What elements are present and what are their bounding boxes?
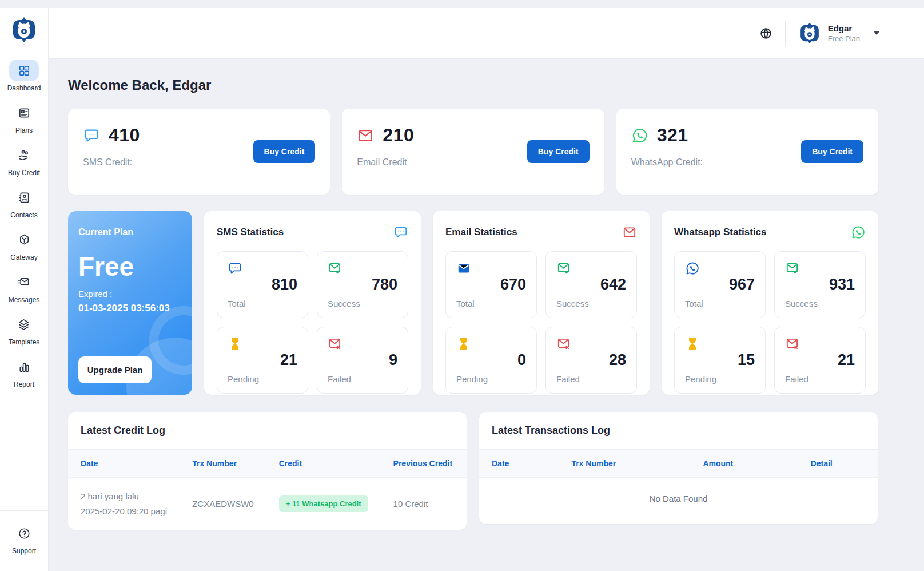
stat-value: 21 (838, 351, 855, 369)
empty-state-row: No Data Found (479, 478, 878, 525)
envelope-filled-icon (456, 261, 471, 276)
sidebar-item-report[interactable]: Report (9, 356, 39, 388)
app-logo[interactable] (10, 16, 38, 46)
stat-box-failed: Failed 21 (774, 327, 866, 394)
stat-value: 28 (609, 351, 626, 369)
sms-credit-label: SMS Credit: (83, 157, 140, 168)
stat-label: Success (328, 299, 360, 308)
whatsapp-icon (851, 225, 866, 240)
stat-label: Total (685, 299, 703, 308)
stat-label: Failed (785, 374, 808, 384)
credit-card-left: 321 WhatsApp Credit: (631, 125, 703, 179)
stat-box-total: Total 967 (674, 251, 766, 318)
stat-box-pending: Pending 0 (445, 327, 537, 394)
latest-credit-log-card: Latest Credit Log Date Trx Number Credit… (68, 412, 467, 530)
sms-statistics-title: SMS Statistics (217, 227, 284, 238)
upgrade-plan-button[interactable]: Upgrade Plan (78, 356, 152, 383)
chat-bubble-icon (393, 225, 408, 240)
user-plan: Free Plan (828, 34, 860, 43)
sidebar-nav: Dashboard Plans Buy Credit Contacts Gate… (7, 60, 41, 388)
current-plan-card: Current Plan Free Expired : 01-03-2025 0… (68, 211, 192, 395)
sidebar-item-contacts[interactable]: Contacts (9, 187, 39, 219)
email-statistics-title: Email Statistics (445, 227, 517, 238)
date-relative: 2 hari yang lalu (81, 489, 167, 504)
column-header-date: Date (68, 450, 180, 478)
credit-badge: + 11 Whatsapp Credit (279, 495, 368, 512)
stat-box-failed: Failed 9 (317, 327, 408, 394)
latest-transactions-log-card: Latest Transactions Log Date Trx Number … (479, 412, 878, 524)
hourglass-icon (685, 336, 700, 351)
coins-hand-icon (9, 144, 39, 166)
hourglass-icon (456, 336, 471, 351)
credit-log-header-row: Date Trx Number Credit Previous Credit (68, 450, 467, 478)
credit-log-table: Date Trx Number Credit Previous Credit 2… (68, 450, 467, 530)
sidebar-item-support[interactable]: Support (9, 522, 39, 555)
credit-card-left: 210 Email Credit (357, 125, 414, 179)
envelope-check-icon (556, 261, 571, 276)
stat-box-pending: Pending 21 (217, 327, 308, 394)
globe-icon[interactable] (759, 27, 772, 40)
envelope-check-icon (785, 261, 800, 276)
stats-row: Current Plan Free Expired : 01-03-2025 0… (68, 211, 878, 395)
app-root: Dashboard Plans Buy Credit Contacts Gate… (0, 0, 924, 571)
column-header-previous-credit: Previous Credit (381, 450, 467, 478)
page-title: Welcome Back, Edgar (68, 77, 878, 93)
stat-label: Success (785, 299, 818, 308)
email-credit-card: 210 Email Credit Buy Credit (342, 109, 604, 195)
envelope-x-icon (328, 336, 342, 351)
chat-bubble-icon (228, 261, 242, 276)
buy-sms-credit-button[interactable]: Buy Credit (253, 140, 316, 163)
stat-box-failed: Failed 28 (545, 327, 637, 394)
stat-box-success: Success 780 (317, 251, 408, 318)
sidebar-item-messages[interactable]: Messages (9, 271, 40, 304)
plan-expired-label: Expired : (78, 289, 182, 299)
sidebar-item-buy-credit[interactable]: Buy Credit (8, 144, 40, 177)
buy-email-credit-button[interactable]: Buy Credit (527, 140, 590, 163)
column-header-trx-number: Trx Number (180, 450, 266, 478)
envelope-icon (622, 225, 637, 240)
buy-whatsapp-credit-button[interactable]: Buy Credit (801, 140, 863, 163)
sidebar-item-label: Templates (9, 338, 40, 346)
stat-value: 9 (389, 351, 397, 369)
user-texts: Edgar Free Plan (828, 23, 860, 43)
whatsapp-icon (685, 261, 700, 276)
topbar: Edgar Free Plan (49, 8, 924, 59)
topbar-divider (785, 21, 786, 46)
avatar (798, 22, 821, 45)
sidebar-item-plans[interactable]: Plans (9, 102, 39, 134)
sms-credit-value: 410 (109, 125, 140, 146)
stat-value: 810 (272, 276, 297, 294)
sidebar-item-gateway[interactable]: Gateway (9, 229, 39, 261)
stat-value: 931 (829, 276, 855, 294)
envelope-x-icon (785, 336, 800, 351)
sidebar-item-dashboard[interactable]: Dashboard (7, 60, 41, 92)
stat-label: Failed (328, 374, 351, 384)
send-message-icon (9, 271, 39, 293)
chat-bubble-icon (83, 127, 100, 144)
layers-icon (9, 314, 39, 335)
stat-box-success: Success 642 (545, 251, 637, 318)
stat-label: Pending (685, 374, 716, 384)
column-header-trx-number: Trx Number (559, 450, 690, 478)
bar-chart-icon (9, 356, 39, 378)
sidebar-item-label: Report (14, 380, 34, 388)
transactions-log-title: Latest Transactions Log (479, 412, 878, 450)
whatsapp-statistics-title: Whatsapp Statistics (674, 227, 767, 238)
column-header-credit: Credit (266, 450, 381, 478)
sidebar-item-label: Dashboard (7, 84, 41, 92)
column-header-detail: Detail (798, 450, 878, 478)
stat-value: 15 (738, 351, 755, 369)
column-header-date: Date (479, 450, 559, 478)
gateway-icon (9, 229, 39, 251)
user-menu[interactable]: Edgar Free Plan (798, 22, 879, 45)
hourglass-icon (228, 336, 242, 351)
email-credit-label: Email Credit (357, 157, 414, 168)
whatsapp-credit-value: 321 (657, 125, 688, 146)
sidebar-item-templates[interactable]: Templates (9, 314, 40, 346)
user-name: Edgar (828, 23, 860, 33)
stat-value: 0 (517, 351, 526, 369)
envelope-check-icon (328, 261, 342, 276)
cell-date: 2 hari yang lalu 2025-02-20 09:20 pagi (68, 478, 180, 530)
grid-icon (9, 60, 39, 81)
cell-trx-number: ZCXAEDWSW0 (180, 478, 266, 530)
